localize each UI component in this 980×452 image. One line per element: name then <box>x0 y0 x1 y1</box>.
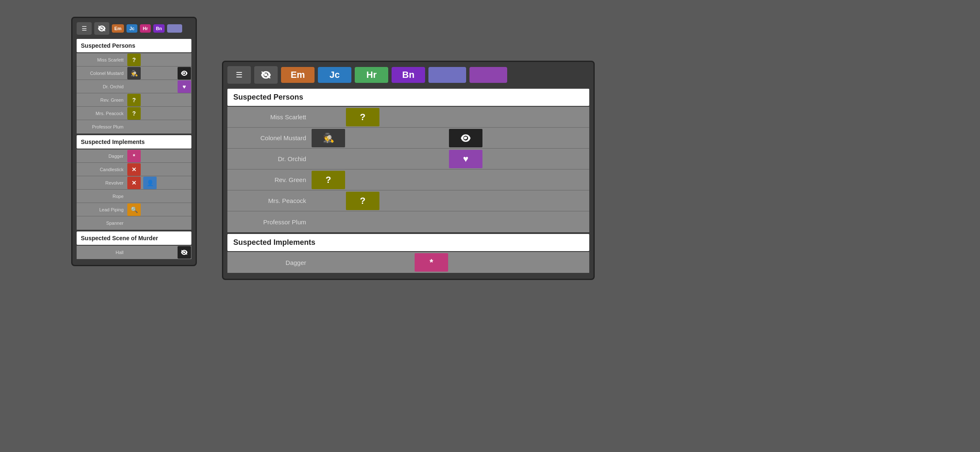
cell-colonel-mustard-1[interactable]: 🕵 <box>127 67 141 80</box>
small-eye-button[interactable] <box>94 22 109 35</box>
person-label: Dr. Orchid <box>77 84 127 89</box>
cell-rev-green-1[interactable]: ? <box>127 94 141 106</box>
implement-label: Dagger <box>77 154 127 159</box>
large-player-em[interactable]: Em <box>281 67 315 83</box>
large-cell-peacock-jc[interactable]: ? <box>346 192 379 210</box>
large-toolbar: ☰ Em Jc Hr Bn <box>227 66 589 84</box>
empty <box>312 253 345 272</box>
small-implements-header: Suspected Implements <box>77 135 191 149</box>
table-row: Candlestick ✕ <box>77 163 191 176</box>
small-persons-header: Suspected Persons <box>77 39 191 52</box>
table-row: Dagger * <box>77 149 191 163</box>
empty <box>312 108 345 126</box>
small-scene-header: Suspected Scene of Murder <box>77 231 191 245</box>
large-player-hr[interactable]: Hr <box>355 67 388 83</box>
empty <box>449 108 482 126</box>
large-panel: ☰ Em Jc Hr Bn Suspected Persons Miss Sca… <box>222 61 595 280</box>
cell-candlestick-1[interactable]: ✕ <box>127 163 141 176</box>
table-row: Hall <box>77 246 191 259</box>
small-player-bn[interactable]: Bn <box>153 24 165 33</box>
large-player-jc[interactable]: Jc <box>318 67 351 83</box>
empty <box>449 192 482 210</box>
table-row: Dr. Orchid ♥ <box>77 80 191 93</box>
empty <box>380 129 414 147</box>
small-player-hr[interactable]: Hr <box>140 24 151 33</box>
person-label: Mrs. Peacock <box>227 197 311 204</box>
empty <box>415 129 448 147</box>
large-cell-orchid-heart[interactable]: ♥ <box>449 150 482 168</box>
large-menu-button[interactable]: ☰ <box>227 66 251 84</box>
table-row: Rev. Green ? <box>227 170 589 190</box>
table-row: Spanner <box>77 216 191 230</box>
empty <box>415 108 448 126</box>
empty <box>346 253 379 272</box>
table-row: Miss Scarlett ? <box>77 53 191 67</box>
large-player-6[interactable] <box>469 67 507 83</box>
table-row: Rev. Green ? <box>77 93 191 107</box>
small-player-jc[interactable]: Jc <box>126 24 137 33</box>
empty <box>449 253 482 272</box>
small-panel: ☰ Em Jc Hr Bn Suspected Persons Miss Sca… <box>71 17 197 266</box>
large-cell-colonel-em[interactable]: 🕵 <box>312 129 345 147</box>
table-row: Miss Scarlett ? <box>227 107 589 128</box>
person-label: Professor Plum <box>227 218 311 226</box>
cell-hall-eye[interactable] <box>178 246 191 259</box>
person-label: Rev. Green <box>77 98 127 103</box>
empty <box>346 129 379 147</box>
small-player-5[interactable] <box>167 24 182 33</box>
empty <box>483 171 517 189</box>
empty <box>346 150 379 168</box>
large-implements-header: Suspected Implements <box>227 234 589 251</box>
cell-colonel-mustard-eye[interactable] <box>178 67 191 80</box>
table-row: Professor Plum <box>77 120 191 134</box>
table-row: Revolver ✕ 👤 <box>77 176 191 190</box>
small-menu-button[interactable]: ☰ <box>77 22 92 35</box>
person-label: Mrs. Peacock <box>77 111 127 116</box>
large-cell-miss-scarlett-jc[interactable]: ? <box>346 108 379 126</box>
cell-miss-scarlett-1[interactable]: ? <box>127 54 141 66</box>
large-persons-header: Suspected Persons <box>227 89 589 106</box>
implement-label: Dagger <box>227 259 311 266</box>
person-label: Colonel Mustard <box>77 71 127 76</box>
empty <box>415 213 448 231</box>
empty <box>380 253 414 272</box>
empty <box>380 192 414 210</box>
empty <box>312 213 345 231</box>
empty <box>415 150 448 168</box>
large-cell-colonel-eye[interactable] <box>449 129 482 147</box>
person-label: Colonel Mustard <box>227 134 311 141</box>
small-player-em[interactable]: Em <box>112 24 124 33</box>
large-cell-revgreen-em[interactable]: ? <box>312 171 345 189</box>
implement-label: Revolver <box>77 180 127 185</box>
small-persons-grid: Miss Scarlett ? Colonel Mustard 🕵 Dr. Or… <box>77 53 191 134</box>
empty <box>312 192 345 210</box>
table-row: Dr. Orchid ♥ <box>227 149 589 170</box>
empty <box>449 171 482 189</box>
large-cell-dagger-bn[interactable]: * <box>415 253 448 272</box>
empty <box>483 192 517 210</box>
large-implements-grid: Dagger * <box>227 252 589 273</box>
cell-revolver-1[interactable]: ✕ <box>127 177 141 189</box>
person-label: Miss Scarlett <box>227 113 311 121</box>
cell-leadpiping-1[interactable]: 🔍 <box>127 203 141 216</box>
table-row: Colonel Mustard 🕵 <box>77 67 191 80</box>
cell-dagger-1[interactable]: * <box>127 150 141 162</box>
large-player-5[interactable] <box>428 67 466 83</box>
person-label: Rev. Green <box>227 176 311 183</box>
empty <box>483 253 517 272</box>
empty <box>415 171 448 189</box>
cell-mrs-peacock-1[interactable]: ? <box>127 107 141 120</box>
empty <box>380 150 414 168</box>
table-row: Mrs. Peacock ? <box>227 190 589 211</box>
person-label: Miss Scarlett <box>77 57 127 62</box>
cell-dr-orchid-heart[interactable]: ♥ <box>178 80 191 93</box>
implement-label: Candlestick <box>77 167 127 172</box>
large-player-bn[interactable]: Bn <box>392 67 425 83</box>
small-scene-grid: Hall <box>77 246 191 259</box>
table-row: Professor Plum <box>227 211 589 232</box>
large-eye-button[interactable] <box>254 66 278 84</box>
table-row: Lead Piping 🔍 <box>77 203 191 216</box>
empty <box>449 213 482 231</box>
implement-label: Lead Piping <box>77 207 127 212</box>
cell-revolver-2[interactable]: 👤 <box>143 177 157 189</box>
